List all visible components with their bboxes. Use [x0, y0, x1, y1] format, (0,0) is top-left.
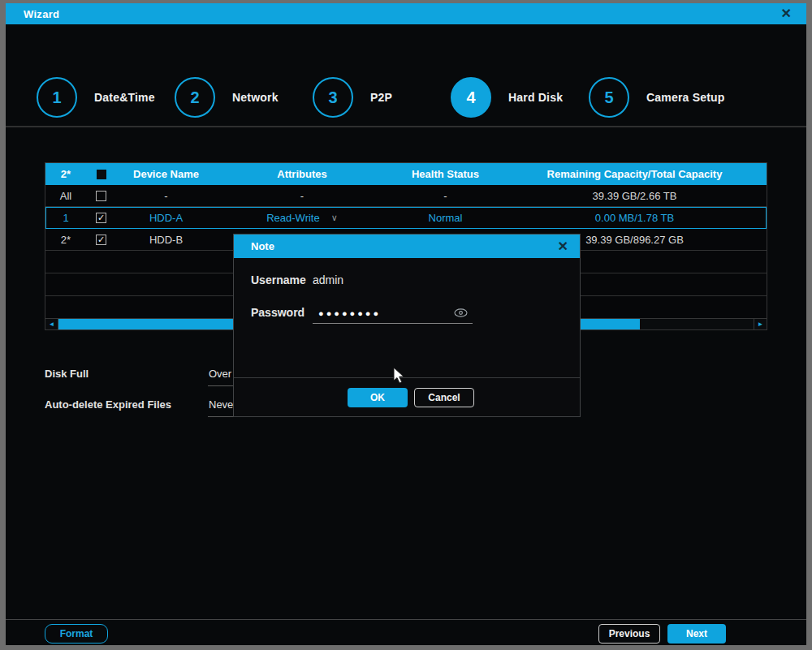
step-label-1: Date&Time: [94, 91, 155, 104]
row-all-number: All: [45, 185, 86, 206]
footer-divider: [6, 619, 806, 620]
step-label-5: Camera Setup: [646, 91, 725, 104]
eye-icon[interactable]: [454, 308, 468, 317]
header-device-name: Device Name: [116, 163, 216, 185]
previous-button[interactable]: Previous: [598, 624, 660, 644]
disk-full-label: Disk Full: [45, 368, 89, 380]
step-network: 2 Network: [175, 77, 279, 118]
scroll-right-icon[interactable]: ►: [754, 319, 767, 329]
password-label: Password: [251, 306, 308, 319]
username-row: Username admin: [251, 273, 343, 286]
row-hdda-device: HDD-A: [116, 207, 216, 228]
auto-delete-dropdown[interactable]: Neve: [209, 398, 233, 411]
format-button[interactable]: Format: [45, 624, 108, 644]
row-all-health: -: [388, 185, 503, 206]
scrollbar-track[interactable]: [640, 319, 754, 329]
disk-full-dropdown[interactable]: Over: [209, 368, 231, 380]
row-hdda-attributes-dropdown[interactable]: Read-Write ∨: [216, 207, 388, 228]
row-hdda-checkbox[interactable]: ✓: [96, 213, 106, 223]
window-titlebar: Wizard ✕: [6, 3, 806, 24]
auto-delete-label: Auto-delete Expired Files: [45, 398, 171, 411]
password-row: Password: [251, 306, 308, 319]
note-dialog-close-icon[interactable]: ✕: [558, 240, 568, 253]
scroll-left-icon[interactable]: ◄: [45, 319, 58, 329]
note-dialog-title: Note: [251, 240, 274, 252]
username-value: admin: [313, 273, 343, 286]
row-hdda-attributes-value: Read-Write: [266, 212, 320, 224]
row-hddb-number: 2*: [45, 229, 86, 250]
row-hdda-number: 1: [45, 207, 86, 228]
row-hddb-device: HDD-B: [116, 229, 216, 250]
row-all-attributes: -: [216, 185, 388, 206]
password-masked-value: ●●●●●●●●: [313, 308, 381, 318]
step-p2p: 3 P2P: [313, 77, 392, 118]
cancel-button[interactable]: Cancel: [414, 388, 474, 407]
header-capacity: Remaining Capacity/Total Capacity: [503, 163, 767, 185]
wizard-body: 1 Date&Time 2 Network 3 P2P 4 Hard Disk …: [6, 24, 806, 645]
password-field[interactable]: ●●●●●●●●: [313, 303, 473, 324]
step-label-4: Hard Disk: [508, 91, 563, 104]
header-number: 2*: [45, 163, 86, 185]
screen: { "colors": { "accent": "#0fa4de", "acce…: [0, 0, 812, 650]
note-dialog-header: Note ✕: [234, 235, 580, 258]
step-circle-5: 5: [589, 77, 629, 118]
hdd-table-header: 2* Device Name Attributes Health Status …: [45, 163, 767, 185]
row-all-device: -: [116, 185, 216, 206]
step-label-3: P2P: [370, 91, 392, 104]
next-button[interactable]: Next: [667, 624, 726, 644]
row-hdda-capacity: 0.00 MB/1.78 TB: [503, 207, 767, 228]
steps-divider: [6, 126, 806, 127]
header-select-all[interactable]: [86, 163, 116, 185]
step-circle-3: 3: [313, 77, 353, 118]
chevron-down-icon: ∨: [331, 213, 338, 223]
mouse-cursor: [392, 367, 408, 388]
row-all-capacity: 39.39 GB/2.66 TB: [503, 185, 767, 206]
row-all-checkbox[interactable]: [96, 191, 106, 201]
step-circle-4: 4: [451, 77, 491, 118]
table-row-hdd-a[interactable]: 1 ✓ HDD-A Read-Write ∨ Normal 0.00 MB/1.…: [45, 207, 767, 229]
window-close-icon[interactable]: ✕: [781, 7, 792, 20]
note-dialog: Note ✕ Username admin Password ●●●●●●●● …: [233, 234, 581, 417]
step-date-time: 1 Date&Time: [37, 77, 155, 118]
username-label: Username: [251, 273, 308, 286]
step-label-2: Network: [232, 91, 279, 104]
row-hddb-checkbox[interactable]: ✓: [96, 235, 106, 245]
table-row-all[interactable]: All - - - 39.39 GB/2.66 TB: [45, 185, 767, 207]
ok-button[interactable]: OK: [348, 388, 408, 407]
header-checkbox[interactable]: [97, 170, 106, 179]
step-hard-disk-active: 4 Hard Disk: [451, 77, 563, 118]
step-camera-setup: 5 Camera Setup: [589, 77, 725, 118]
header-health-status: Health Status: [388, 163, 503, 185]
step-circle-1: 1: [37, 77, 77, 118]
window-title: Wizard: [24, 8, 59, 20]
row-hdda-health: Normal: [388, 207, 503, 228]
step-circle-2: 2: [175, 77, 215, 118]
header-attributes: Attributes: [216, 163, 388, 185]
